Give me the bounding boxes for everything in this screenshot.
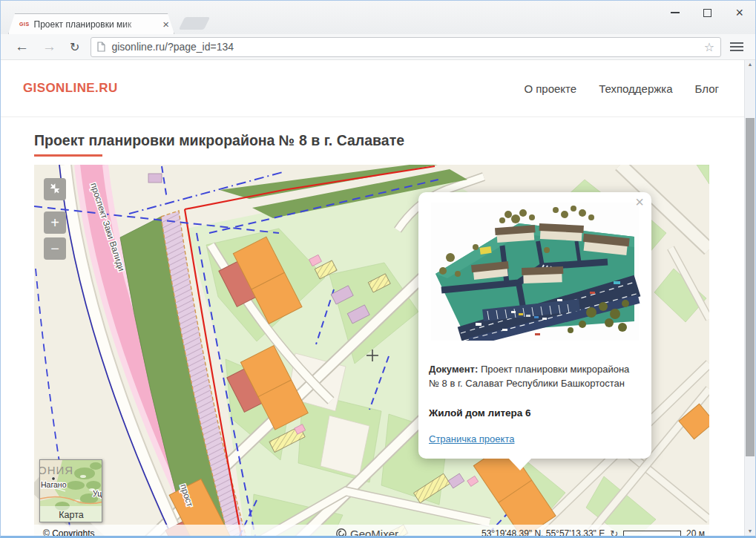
minimap-region-label: ОНИЯ [40, 464, 73, 476]
back-icon[interactable]: ← [15, 39, 29, 55]
popup-object-title: Жилой дом литера 6 [429, 407, 641, 419]
scale-refresh-icon[interactable]: ↻ [610, 528, 618, 537]
bookmark-star-icon[interactable]: ☆ [704, 40, 714, 54]
site-header: GISONLINE.RU О проекте Техподдержка Блог [1, 60, 744, 117]
title-underline [34, 154, 102, 157]
minimap-city-label: Нагано [41, 480, 67, 489]
tab-close-icon[interactable]: × [162, 19, 169, 30]
new-tab-button[interactable] [179, 17, 210, 30]
page-content: ▲ ▼ GISONLINE.RU О проекте Техподдержка … [1, 60, 755, 536]
site-favicon: GIS [19, 22, 30, 27]
site-logo[interactable]: GISONLINE.RU [23, 81, 118, 96]
scroll-up-icon[interactable]: ▲ [745, 62, 755, 67]
map-footer: © Copyrights GeoMixer 53°19'48.39" N, 55… [34, 525, 709, 536]
minimap-layer-label[interactable]: Карта [59, 510, 83, 520]
zoom-out-button[interactable]: − [44, 237, 66, 260]
menu-icon[interactable] [730, 42, 743, 44]
popup-close-icon[interactable]: × [635, 194, 644, 211]
maximize-icon[interactable] [703, 9, 711, 17]
forward-icon: → [42, 39, 56, 55]
tab-title: Проект планировки мик [34, 19, 145, 30]
popup-document-label: Документ: [429, 364, 478, 375]
browser-titlebar: GIS Проект планировки мик × × [1, 1, 755, 34]
window-close-icon[interactable]: × [735, 6, 743, 19]
popup-document-text: Документ: Проект планировки микрорайона … [429, 363, 641, 391]
browser-tab[interactable]: GIS Проект планировки мик × [8, 13, 174, 34]
browser-window: GIS Проект планировки мик × × ← → ↻ giso… [0, 0, 756, 538]
page-icon [97, 42, 105, 52]
popup-project-link[interactable]: Страничка проекта [429, 433, 514, 444]
url-text[interactable]: gisonline.ru/?page_id=134 [111, 41, 234, 53]
nav-item-blog[interactable]: Блог [695, 82, 719, 95]
coordinates-readout: 53°19'48.39" N, 55°57'13.33" E [481, 528, 605, 536]
scroll-down-icon[interactable]: ▼ [745, 528, 755, 534]
scrollbar[interactable]: ▲ ▼ [744, 60, 755, 536]
map-popup: × [418, 192, 651, 459]
browser-toolbar: ← → ↻ gisonline.ru/?page_id=134 ☆ [1, 34, 755, 60]
address-bar[interactable]: gisonline.ru/?page_id=134 ☆ [91, 37, 721, 57]
page-title: Проект планировки микрорайона № 8 в г. С… [34, 132, 744, 149]
scrollbar-thumb[interactable] [746, 118, 755, 456]
copyrights-link[interactable]: © Copyrights [43, 528, 95, 536]
collapse-icon [49, 183, 61, 194]
project-model-photo [429, 203, 641, 341]
map-container: проспект Заки Валиди прост + − [34, 165, 709, 536]
reload-icon[interactable]: ↻ [70, 40, 79, 54]
scale-value: 20 м [686, 528, 705, 536]
minimap[interactable]: ОНИЯ Нагано Уц Карта [39, 459, 102, 522]
geomixer-label: GeoMixer [350, 528, 398, 537]
scale-bar [623, 531, 681, 537]
nav-item-support[interactable]: Техподдержка [599, 82, 672, 95]
window-controls: × [671, 4, 743, 21]
minimap-city2-label: Уц [93, 489, 102, 498]
zoom-in-button[interactable]: + [44, 211, 66, 234]
collapse-map-button[interactable] [44, 178, 66, 200]
geomixer-attribution[interactable]: GeoMixer [335, 528, 398, 537]
top-nav: О проекте Техподдержка Блог [524, 82, 719, 95]
minimize-icon[interactable] [671, 12, 680, 13]
nav-item-about[interactable]: О проекте [524, 82, 576, 95]
geomixer-spiral-icon [335, 528, 347, 536]
